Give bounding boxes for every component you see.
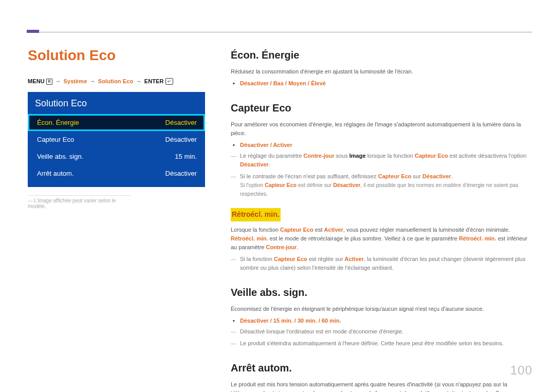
t: , vous pouvez régler manuellement la lum… (343, 227, 510, 233)
section-capteur-desc: Pour améliorer vos économies d'énergie, … (231, 120, 532, 138)
t: est le mode de rétroéclairage le plus so… (268, 235, 459, 241)
page-top-rule (27, 32, 532, 32)
t: Capteur Eco (265, 182, 297, 188)
t: Capteur Eco (280, 227, 313, 233)
t: Rétroécl. min. (459, 235, 496, 241)
osd-panel: Solution Eco Écon. Énergie Désactiver Ca… (28, 92, 205, 187)
osd-row-veille-abs-sign[interactable]: Veille abs. sign. 15 min. (28, 148, 205, 165)
section-veille-desc: Économisez de l'énergie en éteignant le … (231, 305, 532, 313)
t: Si la fonction (240, 256, 274, 262)
page-title: Solution Eco (28, 47, 205, 64)
osd-value: Désactiver (165, 136, 197, 143)
t: Si le contraste de l'écran n'est pas suf… (240, 173, 378, 179)
breadcrumb-menu: MENU (28, 78, 45, 84)
retroecl-note: Si la fonction Capteur Eco est réglée su… (240, 255, 532, 272)
osd-label: Capteur Eco (37, 136, 74, 143)
t: . (297, 244, 298, 250)
left-column: Solution Eco MENU Ⅲ → Système → Solution… (28, 47, 205, 371)
capteur-note-1: Le réglage du paramètre Contre-jour sous… (240, 152, 532, 169)
t: Lorsque la fonction (231, 227, 280, 233)
t: est (313, 227, 324, 233)
t: Capteur Eco (378, 173, 412, 179)
veille-options: Désactiver / 15 min. / 30 min. / 60 min. (240, 316, 532, 325)
page-number: 100 (510, 363, 532, 378)
breadcrumb-systeme: Système (63, 78, 87, 84)
retroecl-subheading: Rétroécl. min. (231, 208, 281, 221)
arrow-icon: → (89, 78, 97, 84)
arrow-icon: → (135, 78, 142, 84)
osd-label: Veille abs. sign. (37, 153, 83, 160)
right-column: Écon. Énergie Réduisez la consommation d… (231, 47, 532, 371)
t: Image (349, 153, 366, 159)
t: est réglée sur (307, 256, 345, 262)
section-arret-title: Arrêt autom. (231, 360, 532, 376)
osd-label: Arrêt autom. (37, 170, 74, 177)
osd-title: Solution Eco (28, 92, 205, 114)
retroecl-notes: Si la fonction Capteur Eco est réglée su… (231, 255, 532, 272)
t: Capteur Eco (274, 256, 307, 262)
t: Contre-jour (266, 244, 297, 250)
t: sous (334, 153, 349, 159)
t: Le réglage du paramètre (240, 153, 304, 159)
veille-options-list: Désactiver / 15 min. / 30 min. / 60 min. (231, 316, 532, 325)
breadcrumb-solution-eco: Solution Eco (98, 78, 133, 84)
osd-value: Désactiver (165, 170, 197, 177)
veille-notes: Désactivé lorsque l'ordinateur est en mo… (231, 327, 532, 348)
section-econ-title: Écon. Énergie (231, 47, 532, 63)
osd-value: Désactiver (165, 119, 197, 126)
osd-label: Écon. Énergie (37, 119, 79, 126)
breadcrumb: MENU Ⅲ → Système → Solution Eco → ENTER … (28, 78, 205, 85)
page-content: Solution Eco MENU Ⅲ → Système → Solution… (28, 47, 532, 371)
footnote: L'image affichée peut varier selon le mo… (28, 195, 131, 209)
section-arret-desc: Le produit est mis hors tension automati… (231, 380, 532, 392)
capteur-note-2-sub: Si l'option Capteur Eco est définie sur … (240, 181, 532, 198)
t: Capteur Eco (415, 153, 448, 159)
section-capteur-title: Capteur Eco (231, 100, 532, 116)
veille-note-1: Désactivé lorsque l'ordinateur est en mo… (240, 327, 532, 336)
menu-icon: Ⅲ (46, 79, 52, 85)
osd-row-econ-energie[interactable]: Écon. Énergie Désactiver (28, 114, 205, 131)
t: est activée désactivera l'option (448, 153, 527, 159)
econ-options: Désactiver / Bas / Moyen / Élevé (240, 79, 532, 88)
capteur-options-list: Désactiver / Activer (231, 141, 532, 150)
t: Désactiver (333, 182, 360, 188)
t: Activer (324, 227, 343, 233)
t: sur (412, 173, 422, 179)
breadcrumb-enter: ENTER (144, 78, 164, 84)
osd-row-capteur-eco[interactable]: Capteur Eco Désactiver (28, 131, 205, 148)
t: Contre-jour (304, 153, 335, 159)
osd-value: 15 min. (175, 153, 197, 160)
t: Activer (345, 256, 364, 262)
enter-icon: ↵ (165, 78, 173, 85)
capteur-notes: Le réglage du paramètre Contre-jour sous… (231, 152, 532, 198)
capteur-note-2: Si le contraste de l'écran n'est pas suf… (240, 172, 532, 198)
retroecl-desc: Lorsque la fonction Capteur Eco est Acti… (231, 226, 532, 252)
capteur-options: Désactiver / Activer (240, 141, 532, 150)
arrow-icon: → (54, 78, 62, 84)
t: . (451, 173, 453, 179)
t: Désactiver (422, 173, 451, 179)
osd-row-arret-autom[interactable]: Arrêt autom. Désactiver (28, 165, 205, 182)
t: est définie sur (297, 182, 333, 188)
econ-options-list: Désactiver / Bas / Moyen / Élevé (231, 79, 532, 88)
t: . (269, 161, 270, 167)
section-econ-desc: Réduisez la consommation d'énergie en aj… (231, 67, 532, 76)
t: Si l'option (240, 182, 265, 188)
veille-note-2: Le produit s'éteindra automatiquement à … (240, 339, 532, 348)
t: Désactiver (240, 161, 269, 167)
t: Rétroécl. min. (231, 235, 268, 241)
t: lorsque la fonction (366, 153, 415, 159)
section-veille-title: Veille abs. sign. (231, 285, 532, 301)
